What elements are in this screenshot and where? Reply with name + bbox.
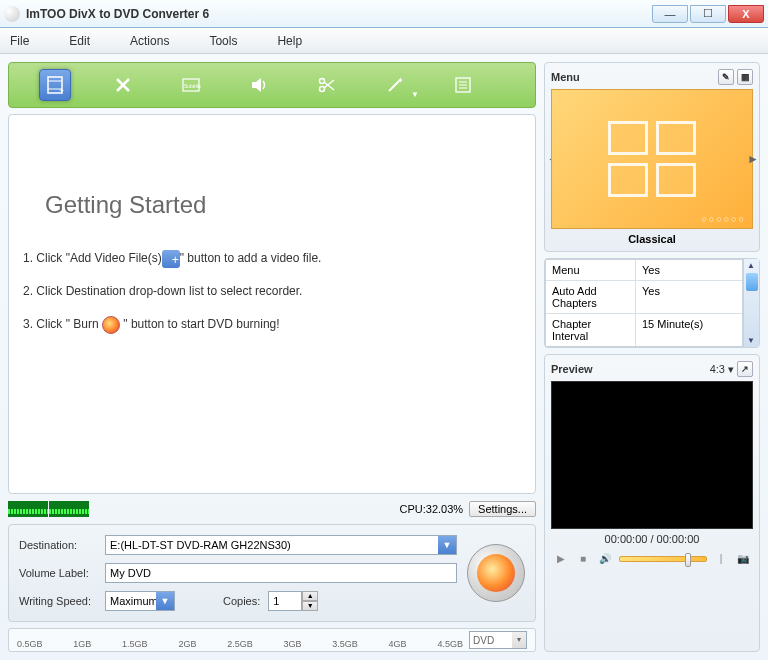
writing-speed-label: Writing Speed: (19, 595, 97, 607)
preview-panel: Preview 4:3 ▾ ↗ 00:00:00 / 00:00:00 ▶ ■ … (544, 354, 760, 652)
svg-text:✦: ✦ (397, 76, 404, 85)
properties-panel: Menu Yes Auto Add Chapters Yes Chapter I… (544, 258, 760, 348)
chevron-down-icon: ▼ (156, 592, 174, 610)
cpu-meter-2 (49, 501, 89, 517)
snapshot-button[interactable]: 📷 (735, 551, 751, 567)
template-thumb (656, 163, 696, 197)
maximize-button[interactable]: ☐ (690, 5, 726, 23)
popout-button[interactable]: ↗ (737, 361, 753, 377)
effects-button[interactable]: ✦ ▼ (379, 69, 411, 101)
menu-file[interactable]: File (10, 34, 29, 48)
divider-icon: | (713, 551, 729, 567)
volume-slider[interactable] (619, 556, 707, 562)
menu-edit[interactable]: Edit (69, 34, 90, 48)
template-name: Classical (551, 229, 753, 245)
delete-button[interactable] (107, 69, 139, 101)
destination-select[interactable]: E:(HL-DT-ST DVD-RAM GH22NS30)▼ (105, 535, 457, 555)
menu-tools[interactable]: Tools (209, 34, 237, 48)
table-row: Menu Yes (546, 260, 742, 281)
clip-button[interactable] (311, 69, 343, 101)
flame-icon (102, 316, 120, 334)
film-plus-icon (162, 250, 180, 268)
aspect-ratio-select[interactable]: 4:3 ▾ (710, 363, 734, 376)
window-title: ImTOO DivX to DVD Converter 6 (26, 7, 652, 21)
subtitle-icon: Subtitle (181, 75, 201, 95)
minimize-button[interactable]: — (652, 5, 688, 23)
step-3: 3. Click " Burn " button to start DVD bu… (23, 315, 521, 334)
playback-controls: ▶ ■ 🔊 | 📷 (551, 549, 753, 569)
play-button[interactable]: ▶ (553, 551, 569, 567)
template-thumb (656, 121, 696, 155)
burn-button[interactable] (467, 544, 525, 602)
scrollbar[interactable] (743, 259, 759, 347)
subtitle-button[interactable]: Subtitle (175, 69, 207, 101)
step-1: 1. Click "Add Video File(s)" button to a… (23, 249, 521, 268)
flame-icon (477, 554, 515, 592)
templates-button[interactable]: ▦ (737, 69, 753, 85)
next-template-button[interactable]: ► (747, 152, 757, 166)
template-thumb (608, 121, 648, 155)
menu-template-preview[interactable]: ○○○○○○ (551, 89, 753, 229)
writing-speed-select[interactable]: Maximum▼ (105, 591, 175, 611)
svg-text:+: + (59, 86, 64, 95)
cpu-bar: CPU:32.03% Settings... (8, 500, 536, 518)
size-ruler: 0.5GB 1GB 1.5GB 2GB 2.5GB 3GB 3.5GB 4GB … (8, 628, 536, 652)
spin-down-icon[interactable]: ▼ (302, 601, 318, 611)
svg-text:Subtitle: Subtitle (184, 83, 201, 89)
app-icon (4, 6, 20, 22)
video-preview (551, 381, 753, 529)
chevron-down-icon: ▾ (512, 632, 526, 648)
wand-icon: ✦ (385, 75, 405, 95)
content-area: Getting Started 1. Click "Add Video File… (8, 114, 536, 494)
time-display: 00:00:00 / 00:00:00 (551, 529, 753, 549)
chevron-down-icon: ▼ (438, 536, 456, 554)
speaker-icon (249, 75, 269, 95)
cpu-label: CPU:32.03% (399, 503, 463, 515)
close-button[interactable]: X (728, 5, 764, 23)
copies-stepper[interactable]: 1 ▲▼ (268, 591, 318, 611)
burn-settings-panel: Destination: E:(HL-DT-ST DVD-RAM GH22NS3… (8, 524, 536, 622)
volume-label-label: Volume Label: (19, 567, 97, 579)
menu-actions[interactable]: Actions (130, 34, 169, 48)
menu-panel-title: Menu (551, 71, 580, 83)
volume-label-input[interactable]: My DVD (105, 563, 457, 583)
volume-icon[interactable]: 🔊 (597, 551, 613, 567)
svg-marker-8 (252, 78, 261, 92)
table-row: Chapter Interval 15 Minute(s) (546, 314, 742, 346)
table-row: Auto Add Chapters Yes (546, 281, 742, 314)
menu-bar: File Edit Actions Tools Help (0, 28, 768, 54)
menu-panel: Menu ✎ ▦ ◄ ○○○○○○ ► Classical (544, 62, 760, 252)
x-icon (113, 75, 133, 95)
audio-button[interactable] (243, 69, 275, 101)
scissors-icon (317, 75, 337, 95)
toolbar: + Subtitle ✦ ▼ (8, 62, 536, 108)
menu-help[interactable]: Help (277, 34, 302, 48)
destination-label: Destination: (19, 539, 97, 551)
media-type-select[interactable]: DVD▾ (469, 631, 527, 649)
page-dots: ○○○○○○ (701, 214, 746, 224)
preview-title: Preview (551, 363, 593, 375)
stop-button[interactable]: ■ (575, 551, 591, 567)
template-thumb (608, 163, 648, 197)
cpu-meter-1 (8, 501, 48, 517)
add-video-button[interactable]: + (39, 69, 71, 101)
copies-label: Copies: (223, 595, 260, 607)
title-bar: ImTOO DivX to DVD Converter 6 — ☐ X (0, 0, 768, 28)
step-2: 2. Click Destination drop-down list to s… (23, 282, 521, 301)
spin-up-icon[interactable]: ▲ (302, 591, 318, 601)
list-button[interactable] (447, 69, 479, 101)
film-plus-icon: + (45, 75, 65, 95)
list-icon (453, 75, 473, 95)
settings-button[interactable]: Settings... (469, 501, 536, 517)
edit-menu-button[interactable]: ✎ (718, 69, 734, 85)
getting-started-heading: Getting Started (45, 191, 521, 219)
